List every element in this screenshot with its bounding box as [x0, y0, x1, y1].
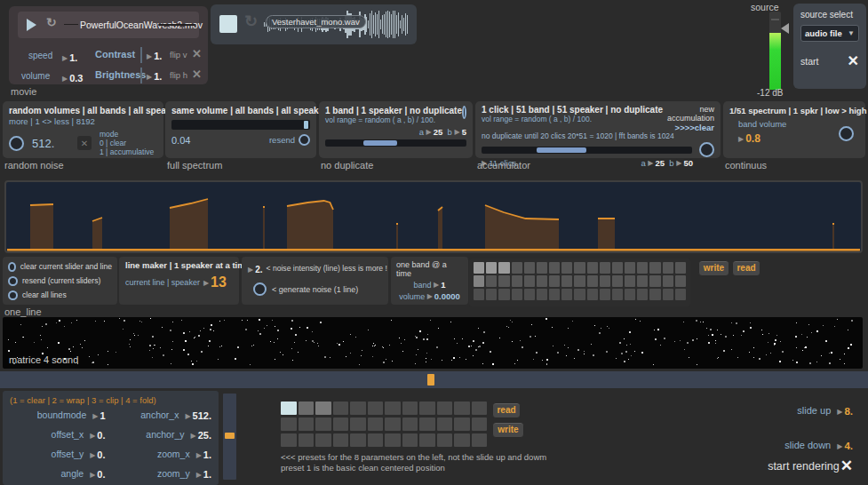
matrix-cell[interactable] — [612, 275, 623, 287]
preset-cell[interactable] — [281, 433, 297, 447]
preset-cell[interactable] — [315, 433, 331, 447]
matrix-cell[interactable] — [663, 275, 673, 287]
generate-bang-button[interactable] — [253, 282, 267, 296]
matrix-cell[interactable] — [474, 275, 484, 287]
param-value[interactable]: ▶512. — [185, 407, 211, 423]
start-toggle-icon[interactable]: ✕ — [848, 52, 859, 69]
slider-handle[interactable] — [304, 121, 308, 129]
count-value[interactable]: 512. — [32, 137, 69, 150]
preset-cell[interactable] — [299, 433, 315, 447]
preset-cell[interactable] — [299, 402, 315, 415]
read-button[interactable]: read — [732, 260, 760, 276]
preset-cell[interactable] — [419, 417, 435, 431]
matrix-cell[interactable] — [675, 262, 686, 274]
band-volume-value[interactable]: ▶0.8 — [738, 130, 839, 146]
matrix-cell[interactable] — [524, 262, 535, 274]
matrice-display[interactable]: matrice 4 sound — [3, 317, 863, 369]
param-value[interactable]: ▶25. — [191, 426, 211, 442]
matrix-cell[interactable] — [637, 289, 648, 300]
slide-up-value[interactable]: ▶8. — [837, 402, 853, 418]
preset-cell[interactable] — [472, 417, 488, 431]
matrix-cell[interactable] — [537, 289, 547, 300]
matrix-cell[interactable] — [512, 262, 522, 274]
preset-cell[interactable] — [333, 402, 349, 415]
preset-cell[interactable] — [472, 402, 488, 415]
matrix-cell[interactable] — [637, 275, 648, 287]
resend-bang-button[interactable] — [299, 134, 310, 146]
matrix-cell[interactable] — [512, 275, 522, 287]
a-value[interactable]: 25 — [655, 158, 665, 168]
matrix-cell[interactable] — [625, 262, 635, 274]
matrix-cell[interactable] — [524, 289, 535, 300]
slider-value[interactable]: 0.04 — [171, 135, 269, 146]
preset-cell[interactable] — [350, 433, 366, 447]
bang-button[interactable] — [8, 262, 16, 272]
preset-cell[interactable] — [402, 417, 418, 431]
matrix-cell[interactable] — [649, 289, 660, 300]
speaker-matrix[interactable] — [474, 262, 686, 300]
preset-cell[interactable] — [350, 417, 366, 431]
preset-cell[interactable] — [437, 417, 453, 431]
matrix-cell[interactable] — [600, 289, 610, 300]
preset-cell[interactable] — [281, 402, 297, 415]
preset-cell[interactable] — [419, 433, 435, 447]
matrix-cell[interactable] — [498, 289, 509, 300]
matrix-cell[interactable] — [498, 275, 509, 287]
matrix-cell[interactable] — [561, 262, 572, 274]
bang-button[interactable] — [699, 142, 714, 157]
preset-read-button[interactable]: read — [492, 402, 521, 418]
preset-cell[interactable] — [350, 402, 366, 415]
source-dropdown[interactable]: audio file ▼ — [800, 25, 859, 42]
horizontal-slider-handle[interactable] — [427, 374, 434, 386]
bang-button[interactable] — [8, 276, 18, 286]
matrix-cell[interactable] — [612, 289, 623, 300]
volume-value[interactable]: ▶0.3 — [62, 69, 83, 85]
matrix-cell[interactable] — [587, 275, 598, 287]
spectrum-display[interactable] — [4, 180, 863, 253]
matrix-cell[interactable] — [675, 275, 686, 287]
param-value[interactable]: ▶1. — [196, 446, 211, 462]
matrix-cell[interactable] — [537, 275, 547, 287]
matrix-cell[interactable] — [649, 275, 660, 287]
brightness-value[interactable]: ▶1. — [140, 68, 162, 83]
a-value[interactable]: 25 — [434, 127, 443, 137]
matrix-cell[interactable] — [474, 289, 484, 300]
horizontal-slider[interactable] — [0, 371, 868, 388]
matrix-cell[interactable] — [587, 289, 598, 300]
matrix-cell[interactable] — [512, 289, 522, 300]
matrix-cell[interactable] — [663, 289, 673, 300]
preset-cell[interactable] — [368, 402, 384, 415]
preset-write-button[interactable]: write — [492, 422, 524, 438]
preset-cell[interactable] — [315, 417, 331, 431]
preset-cell[interactable] — [333, 433, 349, 447]
bang-button[interactable] — [462, 106, 466, 119]
preset-cell[interactable] — [299, 417, 315, 431]
matrix-cell[interactable] — [574, 289, 585, 300]
matrix-cell[interactable] — [625, 289, 635, 300]
param-value[interactable]: ▶0. — [90, 426, 105, 442]
start-rendering-toggle-icon[interactable]: ✕ — [840, 457, 853, 475]
range-slider-fill[interactable] — [537, 147, 587, 153]
b-value[interactable]: 5 — [462, 127, 466, 137]
intensity-value[interactable]: ▶2. — [248, 260, 263, 276]
param-value[interactable]: ▶0. — [90, 465, 105, 481]
preset-cell[interactable] — [315, 402, 331, 415]
range-slider-fill[interactable] — [363, 140, 397, 146]
matrix-cell[interactable] — [600, 275, 610, 287]
matrix-cell[interactable] — [637, 262, 648, 274]
preset-cell[interactable] — [454, 402, 470, 415]
preset-cell[interactable] — [437, 402, 453, 415]
range-slider[interactable] — [325, 139, 466, 147]
matrix-cell[interactable] — [486, 289, 497, 300]
vertical-slider-handle[interactable] — [225, 433, 235, 439]
loop-icon[interactable]: ↻ — [46, 15, 57, 29]
preset-cell[interactable] — [368, 417, 384, 431]
matrix-cell[interactable] — [561, 289, 572, 300]
matrix-cell[interactable] — [612, 262, 623, 274]
preset-cell[interactable] — [368, 433, 384, 447]
matrix-cell[interactable] — [574, 275, 585, 287]
matrix-cell[interactable] — [574, 262, 585, 274]
bang-button[interactable] — [9, 136, 24, 151]
preset-cell[interactable] — [385, 417, 401, 431]
bang-button[interactable] — [839, 126, 854, 141]
